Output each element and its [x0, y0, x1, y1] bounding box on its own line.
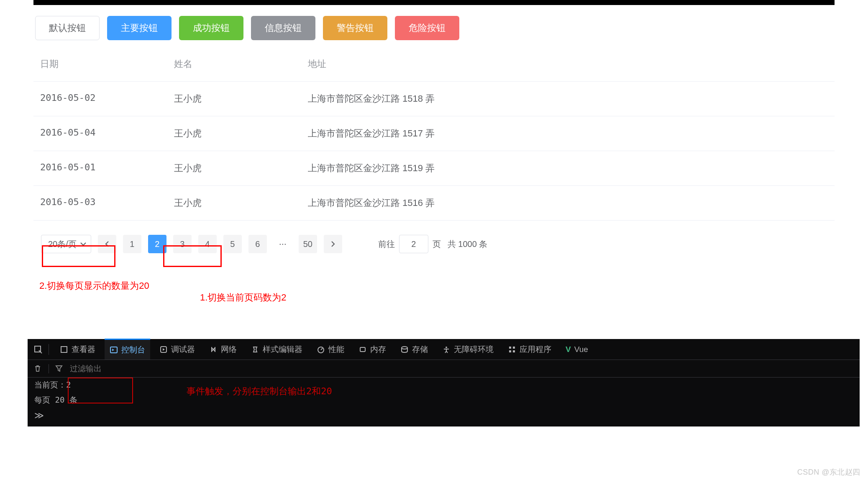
- memory-icon: [358, 345, 367, 354]
- page-sizes-label: 20条/页: [48, 239, 77, 250]
- tab-storage-label: 存储: [412, 344, 428, 355]
- col-header-name: 姓名: [167, 47, 301, 82]
- console-filterbar: 过滤输出: [28, 360, 860, 378]
- svg-rect-5: [360, 347, 365, 352]
- col-header-addr: 地址: [301, 47, 835, 82]
- console-annotation-text: 事件触发，分别在控制台输出2和20: [187, 385, 332, 398]
- cell-date: 2016-05-04: [33, 116, 167, 151]
- pager-ellipsis: ···: [274, 235, 292, 253]
- svg-point-6: [402, 347, 407, 349]
- primary-button[interactable]: 主要按钮: [107, 16, 172, 40]
- trash-icon[interactable]: [33, 364, 43, 373]
- pager-prev-button[interactable]: [98, 235, 116, 253]
- tab-performance[interactable]: 性能: [312, 339, 349, 360]
- chevron-left-icon: [104, 241, 110, 247]
- tab-console-label: 控制台: [121, 344, 145, 355]
- pager-next-button[interactable]: [324, 235, 342, 253]
- devtools-panel: 查看器 控制台 调试器 网络 样式编辑器 性能 内存 存储: [28, 339, 860, 426]
- chevron-down-icon: [80, 241, 87, 247]
- svg-rect-1: [61, 347, 67, 352]
- page-content: 默认按钮 主要按钮 成功按钮 信息按钮 警告按钮 危险按钮 日期 姓名 地址 2…: [33, 14, 835, 257]
- debugger-icon: [159, 345, 168, 354]
- page-sizes-select[interactable]: 20条/页: [41, 235, 91, 253]
- a11y-icon: [442, 345, 451, 354]
- cell-date: 2016-05-01: [33, 151, 167, 186]
- cell-addr: 上海市普陀区金沙江路 1516 弄: [301, 186, 835, 221]
- window-top-bar: [33, 0, 835, 5]
- default-button[interactable]: 默认按钮: [35, 16, 100, 40]
- button-row: 默认按钮 主要按钮 成功按钮 信息按钮 警告按钮 危险按钮: [33, 14, 835, 47]
- table-row: 2016-05-02王小虎上海市普陀区金沙江路 1518 弄: [33, 82, 835, 116]
- pager-page-5[interactable]: 5: [223, 235, 242, 253]
- info-button[interactable]: 信息按钮: [251, 16, 315, 40]
- console-output: 当前页：2 每页 20 条 ≫ 事件触发，分别在控制台输出2和20: [28, 378, 860, 426]
- pager-page-2[interactable]: 2: [148, 235, 166, 253]
- cell-date: 2016-05-03: [33, 186, 167, 221]
- apps-icon: [508, 345, 516, 354]
- tab-vue[interactable]: V Vue: [561, 339, 593, 360]
- storage-icon: [400, 345, 409, 354]
- tab-accessibility[interactable]: 无障碍环境: [437, 339, 499, 360]
- data-table: 日期 姓名 地址 2016-05-02王小虎上海市普陀区金沙江路 1518 弄2…: [33, 47, 835, 221]
- tab-style-editor[interactable]: 样式编辑器: [246, 339, 307, 360]
- warning-button[interactable]: 警告按钮: [323, 16, 387, 40]
- tab-console[interactable]: 控制台: [105, 339, 150, 360]
- tab-debugger[interactable]: 调试器: [154, 339, 200, 360]
- tab-a11y-label: 无障碍环境: [454, 344, 494, 355]
- cell-addr: 上海市普陀区金沙江路 1519 弄: [301, 151, 835, 186]
- col-header-date: 日期: [33, 47, 167, 82]
- pager-page-3[interactable]: 3: [173, 235, 192, 253]
- chevron-right-icon: [330, 241, 336, 247]
- tab-debugger-label: 调试器: [171, 344, 195, 355]
- svg-point-7: [446, 347, 447, 348]
- tab-memory[interactable]: 内存: [353, 339, 391, 360]
- console-prompt[interactable]: ≫: [28, 408, 860, 423]
- pager-page-4[interactable]: 4: [198, 235, 217, 253]
- console-icon: [110, 346, 118, 354]
- svg-rect-8: [509, 347, 511, 349]
- tab-style-label: 样式编辑器: [263, 344, 302, 355]
- jump-page-input[interactable]: [399, 235, 428, 253]
- cell-addr: 上海市普陀区金沙江路 1517 弄: [301, 116, 835, 151]
- pager-last-page[interactable]: 50: [299, 235, 317, 253]
- style-icon: [251, 345, 259, 354]
- vue-logo-icon: V: [566, 345, 571, 354]
- svg-rect-10: [509, 350, 511, 352]
- annotation-text-2: 2.切换每页显示的数量为20: [39, 280, 149, 292]
- pager-page-6[interactable]: 6: [248, 235, 267, 253]
- cell-date: 2016-05-02: [33, 82, 167, 116]
- tab-inspector-label: 查看器: [72, 344, 95, 355]
- cell-name: 王小虎: [167, 116, 301, 151]
- tab-network-label: 网络: [221, 344, 237, 355]
- svg-rect-11: [513, 350, 515, 352]
- danger-button[interactable]: 危险按钮: [395, 16, 459, 40]
- table-row: 2016-05-01王小虎上海市普陀区金沙江路 1519 弄: [33, 151, 835, 186]
- console-log-line: 每页 20 条: [28, 393, 860, 408]
- success-button[interactable]: 成功按钮: [179, 16, 243, 40]
- cell-addr: 上海市普陀区金沙江路 1518 弄: [301, 82, 835, 116]
- jump-suffix: 页: [433, 239, 441, 250]
- devtools-tabs: 查看器 控制台 调试器 网络 样式编辑器 性能 内存 存储: [28, 339, 860, 360]
- cell-name: 王小虎: [167, 186, 301, 221]
- tab-vue-label: Vue: [574, 345, 588, 354]
- watermark: CSDN @东北赵四: [797, 467, 860, 477]
- tab-storage[interactable]: 存储: [395, 339, 433, 360]
- tab-application[interactable]: 应用程序: [503, 339, 556, 360]
- network-icon: [209, 345, 218, 354]
- tab-memory-label: 内存: [370, 344, 386, 355]
- pagination: 20条/页 123456 ··· 50 前往 页 共 1000 条: [33, 231, 835, 257]
- filter-icon[interactable]: [55, 364, 64, 373]
- table-row: 2016-05-03王小虎上海市普陀区金沙江路 1516 弄: [33, 186, 835, 221]
- filter-placeholder[interactable]: 过滤输出: [70, 363, 102, 374]
- pick-element-icon[interactable]: [33, 345, 43, 354]
- tab-perf-label: 性能: [328, 344, 344, 355]
- table-header-row: 日期 姓名 地址: [33, 47, 835, 82]
- table-row: 2016-05-04王小虎上海市普陀区金沙江路 1517 弄: [33, 116, 835, 151]
- pager-page-1[interactable]: 1: [123, 235, 141, 253]
- pager-jump: 前往 页 共 1000 条: [378, 235, 488, 253]
- tab-inspector[interactable]: 查看器: [55, 339, 100, 360]
- svg-rect-9: [513, 347, 515, 349]
- tab-network[interactable]: 网络: [204, 339, 242, 360]
- cell-name: 王小虎: [167, 151, 301, 186]
- jump-prefix: 前往: [378, 239, 395, 250]
